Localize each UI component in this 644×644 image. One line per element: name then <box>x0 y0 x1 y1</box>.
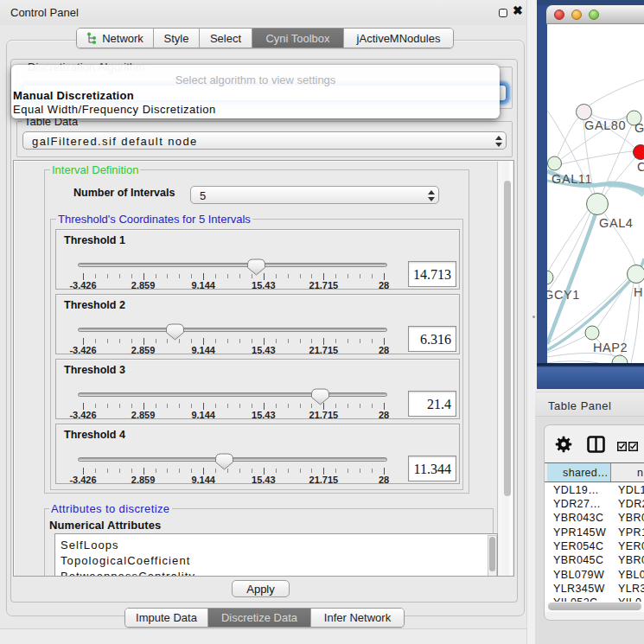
svg-text:C: C <box>637 160 644 174</box>
svg-text:GCY1: GCY1 <box>547 288 580 302</box>
svg-text:HAP2: HAP2 <box>593 341 628 354</box>
svg-text:GAL4: GAL4 <box>599 216 633 230</box>
svg-text:GAL11: GAL11 <box>552 172 592 186</box>
svg-text:GAL80: GAL80 <box>584 118 626 132</box>
svg-text:H: H <box>634 285 643 299</box>
svg-text:GA: GA <box>634 121 644 135</box>
